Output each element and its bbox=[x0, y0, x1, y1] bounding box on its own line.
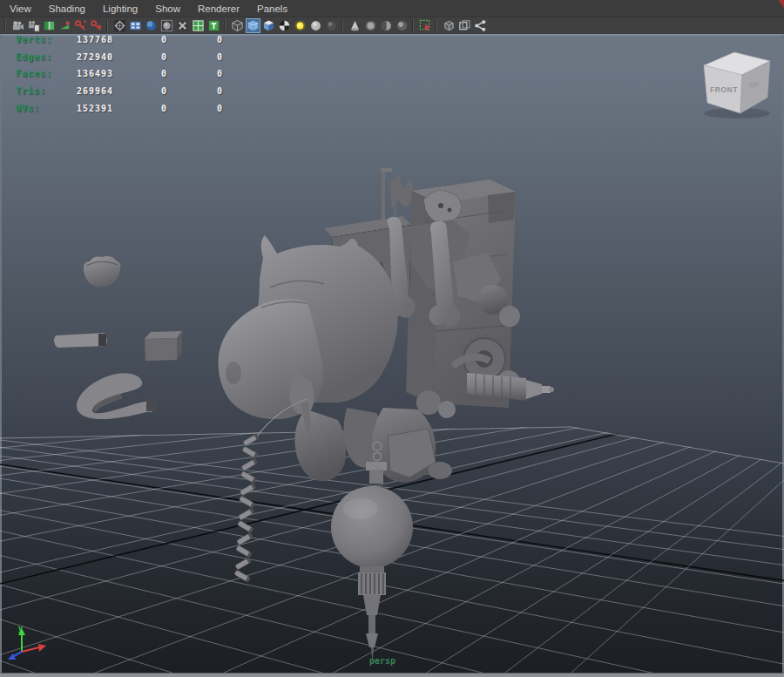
menu-item-renderer[interactable]: Renderer bbox=[189, 0, 248, 17]
field-chart-icon[interactable] bbox=[191, 18, 206, 33]
wireframe-mode-icon[interactable] bbox=[230, 18, 245, 33]
view-cube-front-label: FRONT bbox=[710, 85, 738, 94]
motion-blur-icon[interactable] bbox=[379, 18, 394, 33]
depth-of-field-icon[interactable] bbox=[395, 18, 409, 33]
view-cube[interactable]: FRONT RIGHT bbox=[704, 52, 770, 118]
use-all-lights-icon[interactable] bbox=[293, 18, 308, 33]
menu-item-view[interactable]: View bbox=[0, 0, 40, 17]
menu-item-shading[interactable]: Shading bbox=[40, 0, 94, 17]
menu-item-lighting[interactable]: Lighting bbox=[94, 0, 146, 17]
panel-menu-bar: ViewShadingLightingShowRendererPanels bbox=[0, 0, 784, 17]
toolbar-separator bbox=[3, 19, 8, 32]
polygon-model[interactable] bbox=[219, 168, 554, 661]
part-cube bbox=[145, 331, 182, 361]
no-lighting-icon[interactable] bbox=[324, 18, 339, 33]
film-gate-icon[interactable] bbox=[128, 18, 143, 33]
safe-title-icon[interactable] bbox=[206, 18, 221, 33]
xray-active-components-icon[interactable] bbox=[457, 18, 472, 33]
shadows-icon[interactable] bbox=[348, 18, 362, 33]
toolbar-separator bbox=[435, 19, 439, 32]
camera-name-label: persp bbox=[369, 656, 395, 666]
xray-mode-icon[interactable] bbox=[442, 18, 456, 33]
image-plane-icon[interactable] bbox=[57, 18, 72, 33]
select-camera-icon[interactable] bbox=[10, 18, 25, 33]
panel-toolbar bbox=[0, 17, 784, 34]
viewport-canvas[interactable]: y FRONT RIGHT bbox=[0, 0, 784, 677]
part-bowl bbox=[84, 256, 121, 287]
toolbar-separator bbox=[341, 19, 345, 32]
toolbar-separator bbox=[223, 19, 227, 32]
use-default-material-icon[interactable] bbox=[277, 18, 292, 33]
panel-corner-mark bbox=[778, 0, 784, 8]
flat-lighting-icon[interactable] bbox=[308, 18, 323, 33]
smooth-shade-mode-icon[interactable] bbox=[246, 18, 260, 33]
resolution-gate-icon[interactable] bbox=[159, 18, 174, 33]
isolate-select-icon[interactable] bbox=[418, 18, 433, 33]
axis-y-label: y bbox=[18, 624, 23, 633]
floating-parts[interactable] bbox=[54, 256, 182, 419]
menu-item-show[interactable]: Show bbox=[146, 0, 189, 17]
camera-keys-icon[interactable] bbox=[89, 18, 104, 33]
grid-display-icon[interactable] bbox=[112, 18, 127, 33]
shaded-sphere-display-icon[interactable] bbox=[144, 18, 159, 33]
part-hook bbox=[77, 373, 157, 419]
camera-attributes-icon[interactable] bbox=[26, 18, 41, 33]
textured-mode-icon[interactable] bbox=[261, 18, 276, 33]
firecracker-string bbox=[234, 399, 307, 582]
set-camera-key-icon[interactable] bbox=[73, 18, 88, 33]
toolbar-separator bbox=[411, 19, 416, 32]
gate-mask-icon[interactable] bbox=[175, 18, 190, 33]
bookmarks-icon[interactable] bbox=[42, 18, 57, 33]
toolbar-separator bbox=[105, 19, 110, 32]
plugin-shading-icon[interactable] bbox=[473, 18, 488, 33]
menu-item-panels[interactable]: Panels bbox=[248, 0, 296, 17]
viewport-bottom-border bbox=[0, 673, 784, 677]
ambient-occlusion-icon[interactable] bbox=[363, 18, 378, 33]
